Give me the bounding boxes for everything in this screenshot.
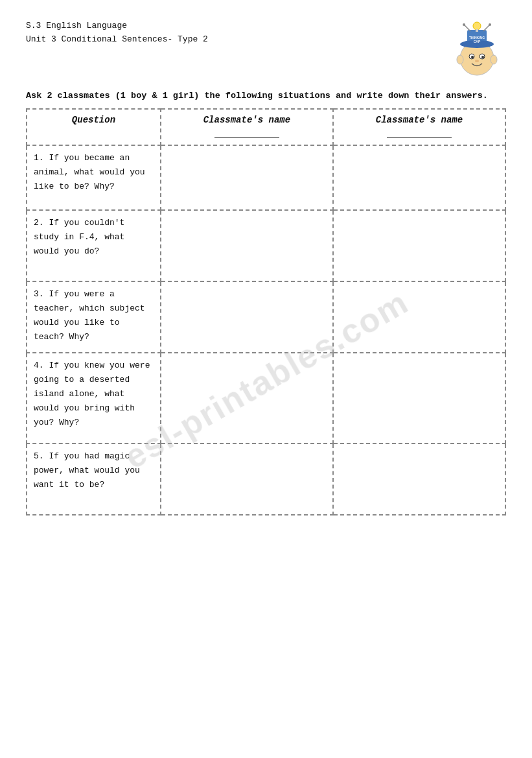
- table-row: 4. If you knew you were going to a deser…: [27, 353, 505, 444]
- header-line2: Unit 3 Conditional Sentences- Type 2: [26, 33, 208, 47]
- answer-1-classmate2[interactable]: [333, 145, 505, 210]
- svg-line-7: [483, 25, 490, 31]
- instructions-text: Ask 2 classmates (1 boy & 1 girl) the fo…: [26, 91, 506, 101]
- name-line-2[interactable]: [387, 129, 452, 138]
- svg-point-12: [471, 56, 474, 58]
- svg-point-9: [489, 23, 491, 26]
- answer-5-classmate2[interactable]: [333, 444, 505, 515]
- col-header-question: Question: [27, 109, 161, 145]
- col3-label: Classmate's name: [376, 115, 463, 125]
- page-header: S.3 English Language Unit 3 Conditional …: [26, 19, 506, 78]
- table-row: 2. If you couldn't study in F.4, what wo…: [27, 210, 505, 281]
- answer-4-classmate2[interactable]: [333, 353, 505, 444]
- svg-point-15: [491, 55, 497, 64]
- answer-1-classmate1[interactable]: [161, 145, 333, 210]
- col2-label: Classmate's name: [203, 115, 290, 125]
- svg-point-8: [463, 23, 465, 26]
- col-header-classmate2: Classmate's name: [333, 109, 505, 145]
- table-row: 1. If you became an animal, what would y…: [27, 145, 505, 210]
- question-1: 1. If you became an animal, what would y…: [27, 145, 161, 210]
- svg-point-13: [481, 56, 484, 58]
- answer-5-classmate1[interactable]: [161, 444, 333, 515]
- question-4: 4. If you knew you were going to a deser…: [27, 353, 161, 444]
- question-3: 3. If you were a teacher, which subject …: [27, 281, 161, 353]
- question-2: 2. If you couldn't study in F.4, what wo…: [27, 210, 161, 281]
- mascot-image: THINKING CAP: [448, 19, 506, 78]
- header-line1: S.3 English Language: [26, 19, 208, 33]
- table-header-row: Question Classmate's name Classmate's na…: [27, 109, 505, 145]
- svg-line-6: [464, 25, 470, 31]
- svg-point-14: [457, 55, 463, 64]
- header-text: S.3 English Language Unit 3 Conditional …: [26, 19, 208, 47]
- svg-text:CAP: CAP: [474, 40, 481, 43]
- table-row: 3. If you were a teacher, which subject …: [27, 281, 505, 353]
- mascot-svg: THINKING CAP: [448, 19, 506, 78]
- worksheet-table: Question Classmate's name Classmate's na…: [26, 108, 506, 515]
- answer-2-classmate2[interactable]: [333, 210, 505, 281]
- answer-4-classmate1[interactable]: [161, 353, 333, 444]
- svg-point-4: [473, 22, 481, 30]
- question-5: 5. If you had magic power, what would yo…: [27, 444, 161, 515]
- table-row: 5. If you had magic power, what would yo…: [27, 444, 505, 515]
- name-line-1[interactable]: [214, 129, 279, 138]
- svg-rect-5: [476, 29, 478, 32]
- answer-3-classmate2[interactable]: [333, 281, 505, 353]
- answer-2-classmate1[interactable]: [161, 210, 333, 281]
- col-header-classmate1: Classmate's name: [161, 109, 333, 145]
- svg-point-16: [475, 60, 479, 62]
- answer-3-classmate1[interactable]: [161, 281, 333, 353]
